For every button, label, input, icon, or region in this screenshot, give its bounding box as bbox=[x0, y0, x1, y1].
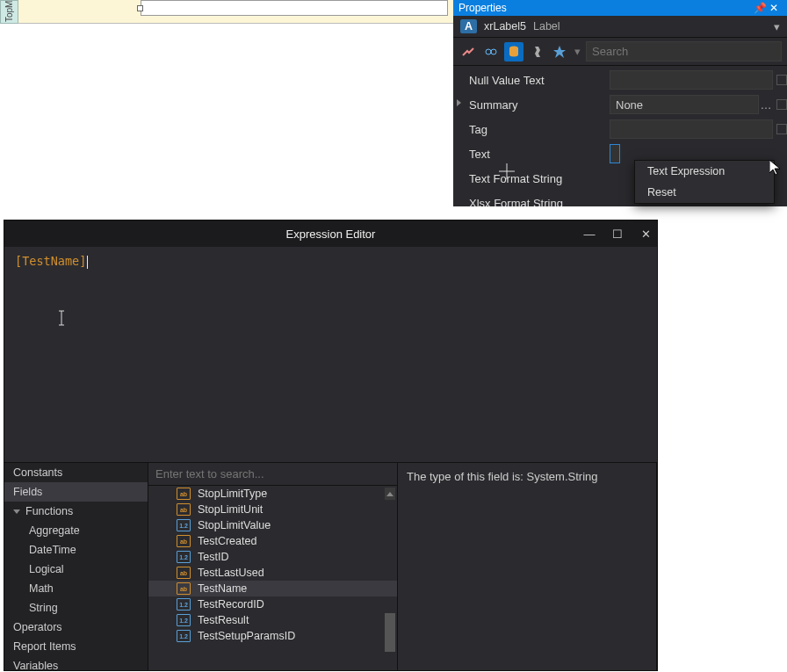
field-name: TestLastUsed bbox=[198, 567, 264, 579]
scrollbar-thumb[interactable] bbox=[385, 613, 395, 652]
selected-control-type: Label bbox=[533, 20, 560, 33]
svg-point-1 bbox=[491, 49, 496, 54]
band-gutter: TopM bbox=[0, 0, 18, 24]
text-field-icon: ab bbox=[177, 535, 191, 547]
expression-textarea[interactable]: [TestName] bbox=[4, 247, 657, 462]
category-item-datetime[interactable]: DateTime bbox=[4, 540, 148, 560]
number-field-icon: 1.2 bbox=[177, 598, 191, 611]
prop-value-input[interactable]: None bbox=[610, 95, 759, 114]
prop-label: Summary bbox=[469, 98, 610, 112]
minimize-button[interactable]: — bbox=[581, 228, 597, 241]
data-tab-icon[interactable] bbox=[504, 42, 523, 61]
chevron-down-icon bbox=[13, 509, 20, 514]
field-search-input[interactable] bbox=[148, 463, 397, 486]
text-field-icon: ab bbox=[177, 488, 191, 500]
close-button[interactable]: ✕ bbox=[638, 228, 653, 241]
text-field-icon: ab bbox=[177, 503, 191, 516]
field-item[interactable]: 1.2TestID bbox=[148, 549, 397, 565]
text-field-icon: ab bbox=[177, 567, 191, 579]
number-field-icon: 1.2 bbox=[177, 519, 191, 531]
category-item-operators[interactable]: Operators bbox=[4, 618, 148, 637]
svg-marker-4 bbox=[769, 160, 780, 175]
prop-value-input[interactable] bbox=[610, 119, 773, 139]
field-list-panel: abStopLimitTypeabStopLimitUnit1.2StopLim… bbox=[148, 463, 398, 670]
category-list: Constants Fields Functions Aggregate Dat… bbox=[4, 463, 148, 670]
category-item-fields[interactable]: Fields bbox=[4, 482, 148, 502]
number-field-icon: 1.2 bbox=[177, 551, 191, 563]
category-item-variables[interactable]: Variables bbox=[4, 656, 148, 670]
pin-icon[interactable]: 📌 ✕ bbox=[754, 0, 787, 16]
properties-title: Properties bbox=[458, 0, 507, 16]
prop-value-input[interactable] bbox=[610, 70, 773, 90]
field-item[interactable]: 1.2TestRecordID bbox=[148, 596, 397, 612]
selected-control-outline[interactable] bbox=[141, 0, 448, 16]
resize-handle[interactable] bbox=[137, 5, 143, 11]
category-item-logical[interactable]: Logical bbox=[4, 560, 148, 579]
appearance-tab-icon[interactable] bbox=[458, 42, 478, 61]
field-item[interactable]: abStopLimitType bbox=[148, 486, 397, 502]
category-item-aggregate[interactable]: Aggregate bbox=[4, 521, 148, 540]
dialog-title-bar[interactable]: Expression Editor — ☐ ✕ bbox=[4, 220, 657, 247]
prop-value-input[interactable] bbox=[610, 144, 620, 163]
number-field-icon: 1.2 bbox=[177, 614, 191, 626]
dialog-title: Expression Editor bbox=[286, 228, 376, 241]
scroll-up-button[interactable] bbox=[385, 488, 395, 500]
selected-control-name: xrLabel5 bbox=[484, 20, 526, 33]
description-panel: The type of this field is: System.String bbox=[398, 463, 657, 670]
prop-summary[interactable]: Summary None … bbox=[453, 92, 787, 117]
svg-point-0 bbox=[486, 49, 491, 54]
field-item[interactable]: abStopLimitUnit bbox=[148, 502, 397, 517]
field-name: TestSetupParamsID bbox=[198, 630, 295, 642]
field-name: StopLimitType bbox=[198, 488, 267, 500]
field-name: StopLimitValue bbox=[198, 519, 271, 531]
field-item[interactable]: abTestCreated bbox=[148, 533, 397, 549]
ellipsis-button[interactable]: … bbox=[759, 98, 773, 112]
field-item[interactable]: 1.2StopLimitValue bbox=[148, 517, 397, 533]
category-item-math[interactable]: Math bbox=[4, 579, 148, 598]
field-name: TestResult bbox=[198, 614, 249, 626]
properties-search-input[interactable] bbox=[586, 41, 782, 61]
prop-label: Text bbox=[469, 148, 610, 161]
expression-content: [TestName] bbox=[15, 254, 86, 268]
prop-label: Xlsx Format String bbox=[469, 197, 610, 207]
field-list[interactable]: abStopLimitTypeabStopLimitUnit1.2StopLim… bbox=[148, 486, 397, 670]
field-name: TestCreated bbox=[198, 535, 256, 547]
prop-tag[interactable]: Tag bbox=[453, 117, 787, 141]
prop-marker-icon[interactable] bbox=[776, 124, 787, 134]
expression-editor-dialog: Expression Editor — ☐ ✕ [TestName] Const… bbox=[4, 220, 658, 671]
prop-null-value-text[interactable]: Null Value Text bbox=[453, 68, 787, 92]
prop-label: Tag bbox=[469, 123, 610, 136]
number-field-icon: 1.2 bbox=[177, 630, 191, 642]
field-item[interactable]: abTestName bbox=[148, 581, 397, 596]
text-context-menu: Text Expression Reset bbox=[634, 160, 775, 204]
prop-label: Null Value Text bbox=[469, 74, 610, 87]
field-item[interactable]: 1.2TestResult bbox=[148, 612, 397, 628]
report-designer-surface[interactable]: TopM bbox=[0, 0, 453, 206]
expander-icon[interactable] bbox=[457, 99, 461, 106]
category-item-constants[interactable]: Constants bbox=[4, 463, 148, 482]
toolbar-separator-icon: ▾ bbox=[574, 45, 581, 58]
prop-marker-icon[interactable] bbox=[776, 99, 787, 110]
prop-marker-icon[interactable] bbox=[776, 75, 787, 85]
field-name: TestID bbox=[198, 551, 228, 563]
category-item-functions[interactable]: Functions bbox=[4, 502, 148, 521]
band-label: TopM bbox=[4, 1, 14, 22]
menu-item-reset[interactable]: Reset bbox=[635, 182, 774, 203]
favorites-tab-icon[interactable] bbox=[550, 42, 569, 61]
text-field-icon: ab bbox=[177, 582, 191, 595]
behavior-tab-icon[interactable] bbox=[481, 42, 501, 61]
ibeam-cursor-icon bbox=[58, 310, 65, 326]
field-item[interactable]: abTestLastUsed bbox=[148, 565, 397, 581]
svg-marker-3 bbox=[553, 46, 566, 58]
properties-title-bar: Properties 📌 ✕ bbox=[453, 0, 787, 16]
category-item-report-items[interactable]: Report Items bbox=[4, 637, 148, 656]
misc-tab-icon[interactable] bbox=[527, 42, 546, 61]
category-label: Functions bbox=[25, 505, 73, 517]
cursor-pointer-icon bbox=[769, 160, 782, 177]
control-selector[interactable]: A xrLabel5 Label ▾ bbox=[453, 16, 787, 38]
category-item-string[interactable]: String bbox=[4, 598, 148, 618]
chevron-down-icon[interactable]: ▾ bbox=[774, 20, 780, 33]
field-item[interactable]: 1.2TestSetupParamsID bbox=[148, 628, 397, 644]
maximize-button[interactable]: ☐ bbox=[610, 228, 625, 241]
menu-item-text-expression[interactable]: Text Expression bbox=[635, 161, 774, 182]
